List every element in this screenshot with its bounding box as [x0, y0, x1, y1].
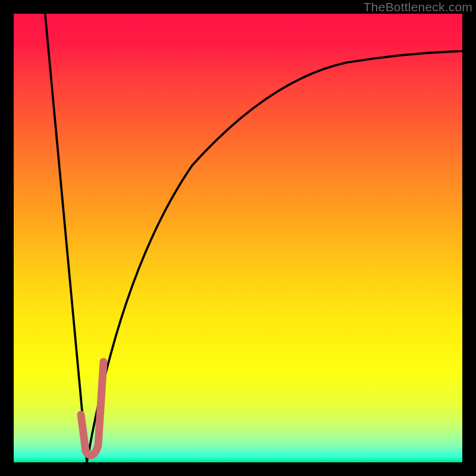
watermark-text: TheBottleneck.com	[364, 0, 472, 14]
j-marker	[81, 362, 104, 455]
plot-area	[14, 14, 462, 462]
curves-svg	[14, 14, 462, 462]
curve-right-branch	[87, 51, 462, 462]
chart-frame: TheBottleneck.com	[0, 0, 476, 476]
curve-left-branch	[45, 14, 87, 462]
